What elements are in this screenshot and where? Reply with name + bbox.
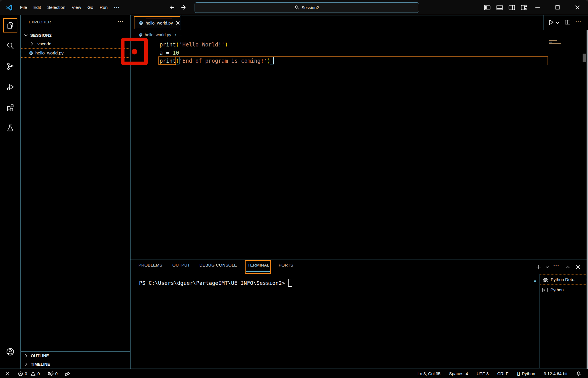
language-status[interactable]: { } Python: [517, 371, 535, 376]
tabbar-border: [130, 30, 588, 30]
terminal-list-item-python[interactable]: Python: [540, 285, 586, 295]
terminal-output[interactable]: PS C:\Users\dguer\PartageIMT\UE INFO\Ses…: [139, 279, 292, 287]
explorer-more-actions-button[interactable]: ···: [118, 19, 124, 25]
statusbar-right: Ln 3, Col 35 Spaces: 4 UTF-8 CRLF { } Py…: [417, 369, 581, 378]
code-line-2[interactable]: 2 a = 10: [130, 49, 548, 57]
annotation-highlight-box: [121, 38, 148, 65]
python-file-icon: [28, 51, 33, 56]
history-back-button[interactable]: [168, 3, 176, 12]
chevron-right-icon: [24, 362, 28, 366]
python-file-icon: [138, 33, 143, 37]
terminal-launch-dropdown-button[interactable]: [543, 263, 552, 271]
panel-tab-active-underline: [246, 271, 270, 272]
tab-separator: [181, 15, 181, 30]
toggle-secondary-sidebar-button[interactable]: [506, 2, 517, 13]
menu-more[interactable]: ···: [111, 3, 123, 12]
minimize-button[interactable]: [529, 0, 546, 15]
maximize-button[interactable]: [549, 0, 566, 15]
window-edge-scrollbar[interactable]: [587, 30, 588, 369]
terminal-cursor: [288, 279, 292, 287]
python-interpreter-status[interactable]: 3.12.4 64-bit: [544, 371, 567, 376]
explorer-sidebar: EXPLORER ··· SESSION2 .vscode hello_worl…: [21, 15, 130, 368]
panel-tab-problems[interactable]: PROBLEMS: [138, 263, 162, 267]
activity-search[interactable]: [0, 39, 21, 53]
minimap-line: [549, 40, 557, 41]
notifications-button[interactable]: [576, 371, 581, 376]
close-panel-button[interactable]: [574, 263, 582, 271]
menu-go[interactable]: Go: [84, 3, 97, 11]
minimap-line: [549, 42, 552, 42]
accounts-button[interactable]: [0, 345, 21, 359]
terminal-list-item-python-debug[interactable]: Python Deb...: [540, 275, 586, 284]
code-line-3[interactable]: 3 print('End of program is coming!'): [130, 57, 548, 65]
customize-layout-button[interactable]: [518, 2, 530, 13]
tree-item-hello-world-py[interactable]: hello_world.py: [21, 48, 130, 58]
activity-testing[interactable]: [0, 121, 21, 135]
menu-edit[interactable]: Edit: [30, 3, 44, 11]
activity-source-control[interactable]: [0, 59, 21, 74]
history-forward-button[interactable]: [179, 3, 188, 12]
panel-tab-ports[interactable]: PORTS: [279, 263, 293, 267]
outline-section-header[interactable]: OUTLINE: [21, 351, 130, 360]
tree-root-label: SESSION2: [30, 33, 52, 38]
menu-view[interactable]: View: [68, 3, 84, 11]
remote-indicator[interactable]: [5, 371, 10, 376]
flask-icon: [6, 124, 15, 132]
problems-status[interactable]: 0 0: [18, 371, 40, 376]
breadcrumb-more: ...: [179, 32, 182, 37]
eol-status[interactable]: CRLF: [497, 371, 508, 376]
menu-run[interactable]: Run: [96, 3, 111, 11]
status-bar: 0 0 0 Ln 3, Col 35 Spaces: 4 UTF-8 CRLF …: [0, 369, 588, 378]
tree-root-session2[interactable]: SESSION2: [21, 31, 130, 39]
editor-scrollbar-thumb[interactable]: [583, 54, 586, 62]
warning-icon: [30, 371, 36, 376]
chevron-right-icon: [30, 42, 34, 46]
menu-file[interactable]: File: [17, 3, 30, 11]
indentation-status[interactable]: Spaces: 4: [449, 371, 468, 376]
run-python-file-button[interactable]: [548, 19, 554, 26]
panel-more-actions-button[interactable]: ···: [552, 261, 561, 270]
timeline-section-header[interactable]: TIMELINE: [21, 360, 130, 368]
activity-extensions[interactable]: [0, 100, 21, 115]
tree-item-label: hello_world.py: [35, 50, 64, 56]
panel-tab-output[interactable]: OUTPUT: [172, 263, 190, 267]
close-tab-button[interactable]: [176, 21, 180, 25]
minimap[interactable]: [549, 39, 582, 56]
encoding-status[interactable]: UTF-8: [477, 371, 489, 376]
source-control-icon: [6, 62, 15, 71]
command-center-search[interactable]: Session2: [195, 2, 419, 13]
ports-count: 0: [55, 371, 58, 376]
code-text: print('End of program is coming!'): [160, 58, 270, 64]
activity-run-debug[interactable]: [0, 80, 21, 94]
search-icon: [295, 5, 299, 10]
panel-top-border: [130, 259, 588, 259]
section-label: TIMELINE: [31, 362, 50, 367]
activity-explorer[interactable]: [0, 18, 21, 32]
terminal-list-scroll-arrow[interactable]: [533, 279, 537, 282]
new-terminal-button[interactable]: [534, 263, 543, 271]
editor-more-actions-button[interactable]: ···: [575, 19, 581, 25]
debug-status[interactable]: [65, 371, 70, 376]
minimap-line: [549, 43, 561, 44]
toggle-panel-button[interactable]: [494, 2, 505, 13]
ports-status[interactable]: 0: [48, 371, 58, 376]
extensions-icon: [6, 103, 15, 112]
code-line-1[interactable]: 1 print('Hello World!'): [130, 40, 548, 49]
run-dropdown-button[interactable]: [556, 21, 560, 25]
breadcrumb-file: hello_world.py: [145, 32, 171, 37]
editor-tab-hello-world-py[interactable]: hello_world.py: [134, 16, 180, 29]
close-window-button[interactable]: [569, 0, 586, 15]
breakpoint-dot: [132, 49, 137, 54]
maximize-panel-button[interactable]: [564, 263, 572, 271]
remote-icon: [5, 371, 10, 376]
split-editor-button[interactable]: [565, 19, 571, 25]
panel-tab-debug-console[interactable]: DEBUG CONSOLE: [199, 263, 237, 267]
cursor-position-status[interactable]: Ln 3, Col 35: [417, 371, 440, 376]
terminal-list-label: Python: [550, 287, 564, 292]
error-icon: [18, 371, 23, 376]
radio-tower-icon: [48, 371, 54, 376]
tree-item-vscode-folder[interactable]: .vscode: [21, 40, 130, 48]
panel-tab-terminal[interactable]: TERMINAL: [248, 263, 270, 267]
menu-selection[interactable]: Selection: [44, 3, 69, 11]
toggle-primary-sidebar-button[interactable]: [481, 2, 493, 13]
